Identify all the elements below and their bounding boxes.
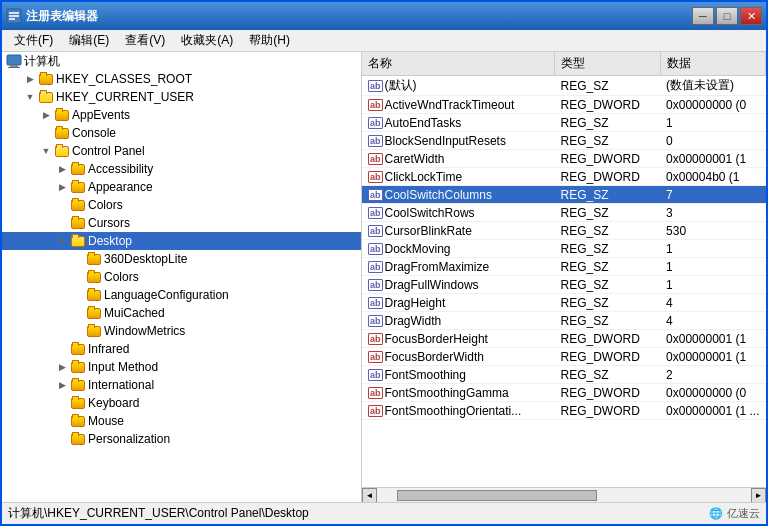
reg-name-cell: ab ActiveWndTrackTimeout — [362, 96, 554, 114]
tree-item-console[interactable]: Console — [2, 124, 361, 142]
table-row[interactable]: ab FontSmoothingOrientati...REG_DWORD0x0… — [362, 402, 766, 420]
reg-type-icon: ab FocusBorderHeight — [368, 332, 488, 346]
table-row[interactable]: ab ActiveWndTrackTimeoutREG_DWORD0x00000… — [362, 96, 766, 114]
folder-icon-infrared — [70, 342, 86, 356]
reg-type-cell: REG_SZ — [554, 294, 660, 312]
col-header-type[interactable]: 类型 — [554, 52, 660, 76]
close-button[interactable]: ✕ — [740, 7, 762, 25]
reg-name-cell: ab FontSmoothing — [362, 366, 554, 384]
reg-type-cell: REG_SZ — [554, 276, 660, 294]
tree-item-infrared[interactable]: Infrared — [2, 340, 361, 358]
col-header-data[interactable]: 数据 — [660, 52, 765, 76]
tree-item-control_panel[interactable]: ▼Control Panel — [2, 142, 361, 160]
table-row[interactable]: ab DragWidthREG_SZ4 — [362, 312, 766, 330]
reg-data-cell: 0 — [660, 132, 765, 150]
table-row[interactable]: ab ClickLockTimeREG_DWORD0x00004b0 (1 — [362, 168, 766, 186]
expand-btn-hkey_current_user[interactable]: ▼ — [22, 89, 38, 105]
tree-item-windowmetrics[interactable]: WindowMetrics — [2, 322, 361, 340]
folder-icon-hkey_current_user — [38, 90, 54, 104]
expand-btn-international[interactable]: ▶ — [54, 377, 70, 393]
expand-btn-control_panel[interactable]: ▼ — [38, 143, 54, 159]
reg-type-cell: REG_SZ — [554, 186, 660, 204]
table-row[interactable]: ab DragFromMaximizeREG_SZ1 — [362, 258, 766, 276]
table-row[interactable]: ab DragHeightREG_SZ4 — [362, 294, 766, 312]
tree-item-cursors[interactable]: Cursors — [2, 214, 361, 232]
tree-item-personalization[interactable]: Personalization — [2, 430, 361, 448]
menu-edit[interactable]: 编辑(E) — [61, 30, 117, 51]
tree-item-colors[interactable]: Colors — [2, 196, 361, 214]
folder-icon-muicached — [86, 306, 102, 320]
tree-item-appevents[interactable]: ▶AppEvents — [2, 106, 361, 124]
expand-btn-hkey_classes_root[interactable]: ▶ — [22, 71, 38, 87]
menu-file[interactable]: 文件(F) — [6, 30, 61, 51]
folder-icon-computer — [6, 54, 22, 68]
tree-item-languageconfiguration[interactable]: LanguageConfiguration — [2, 286, 361, 304]
tree-item-keyboard[interactable]: Keyboard — [2, 394, 361, 412]
reg-name-cell: ab DragHeight — [362, 294, 554, 312]
reg-data-cell: 1 — [660, 114, 765, 132]
table-row[interactable]: ab DragFullWindowsREG_SZ1 — [362, 276, 766, 294]
reg-type-cell: REG_DWORD — [554, 384, 660, 402]
registry-table[interactable]: 名称 类型 数据 ab (默认)REG_SZ(数值未设置)ab ActiveWn… — [362, 52, 766, 487]
table-row[interactable]: ab (默认)REG_SZ(数值未设置) — [362, 76, 766, 96]
table-row[interactable]: ab FocusBorderWidthREG_DWORD0x00000001 (… — [362, 348, 766, 366]
reg-data-cell: 4 — [660, 294, 765, 312]
table-row[interactable]: ab BlockSendInputResetsREG_SZ0 — [362, 132, 766, 150]
menu-help[interactable]: 帮助(H) — [241, 30, 298, 51]
reg-type-icon: ab FontSmoothing — [368, 368, 466, 382]
tree-item-input_method[interactable]: ▶Input Method — [2, 358, 361, 376]
tree-item-muicached[interactable]: MuiCached — [2, 304, 361, 322]
reg-data-cell: 1 — [660, 240, 765, 258]
horizontal-scrollbar[interactable]: ◄ ► — [362, 487, 766, 502]
maximize-button[interactable]: □ — [716, 7, 738, 25]
expand-btn-desktop[interactable]: ▼ — [54, 233, 70, 249]
reg-type-icon: ab AutoEndTasks — [368, 116, 461, 130]
folder-icon-input_method — [70, 360, 86, 374]
expand-btn-appevents[interactable]: ▶ — [38, 107, 54, 123]
col-header-name[interactable]: 名称 — [362, 52, 554, 76]
table-row[interactable]: ab FontSmoothingGammaREG_DWORD0x00000000… — [362, 384, 766, 402]
table-row[interactable]: ab CaretWidthREG_DWORD0x00000001 (1 — [362, 150, 766, 168]
reg-type-icon: ab DragWidth — [368, 314, 441, 328]
scroll-left-button[interactable]: ◄ — [362, 488, 377, 503]
reg-name-cell: ab FontSmoothingGamma — [362, 384, 554, 402]
tree-item-colors2[interactable]: Colors — [2, 268, 361, 286]
tree-item-hkey_classes_root[interactable]: ▶HKEY_CLASSES_ROOT — [2, 70, 361, 88]
reg-name-cell: ab CursorBlinkRate — [362, 222, 554, 240]
table-row[interactable]: ab FontSmoothingREG_SZ2 — [362, 366, 766, 384]
table-row[interactable]: ab CursorBlinkRateREG_SZ530 — [362, 222, 766, 240]
tree-item-360desktoplite[interactable]: 360DesktopLite — [2, 250, 361, 268]
tree-item-accessibility[interactable]: ▶Accessibility — [2, 160, 361, 178]
expand-btn-accessibility[interactable]: ▶ — [54, 161, 70, 177]
table-row[interactable]: ab FocusBorderHeightREG_DWORD0x00000001 … — [362, 330, 766, 348]
tree-label-infrared: Infrared — [88, 342, 129, 356]
table-row[interactable]: ab AutoEndTasksREG_SZ1 — [362, 114, 766, 132]
minimize-button[interactable]: ─ — [692, 7, 714, 25]
tree-label-computer: 计算机 — [24, 53, 60, 70]
tree-label-hkey_classes_root: HKEY_CLASSES_ROOT — [56, 72, 192, 86]
tree-panel[interactable]: 计算机▶HKEY_CLASSES_ROOT▼HKEY_CURRENT_USER▶… — [2, 52, 362, 502]
table-row[interactable]: ab CoolSwitchRowsREG_SZ3 — [362, 204, 766, 222]
menu-view[interactable]: 查看(V) — [117, 30, 173, 51]
reg-type-cell: REG_DWORD — [554, 168, 660, 186]
reg-type-icon: ab DockMoving — [368, 242, 451, 256]
tree-item-hkey_current_user[interactable]: ▼HKEY_CURRENT_USER — [2, 88, 361, 106]
tree-item-computer[interactable]: 计算机 — [2, 52, 361, 70]
tree-label-windowmetrics: WindowMetrics — [104, 324, 185, 338]
reg-type-icon: ab ActiveWndTrackTimeout — [368, 98, 514, 112]
expand-btn-input_method[interactable]: ▶ — [54, 359, 70, 375]
tree-item-appearance[interactable]: ▶Appearance — [2, 178, 361, 196]
menu-favorites[interactable]: 收藏夹(A) — [173, 30, 241, 51]
table-row[interactable]: ab CoolSwitchColumnsREG_SZ7 — [362, 186, 766, 204]
expand-btn-appearance[interactable]: ▶ — [54, 179, 70, 195]
reg-data-cell: 0x00000000 (0 — [660, 384, 765, 402]
h-scroll-track[interactable] — [377, 488, 751, 503]
folder-icon-languageconfiguration — [86, 288, 102, 302]
scroll-right-button[interactable]: ► — [751, 488, 766, 503]
reg-name-cell: ab (默认) — [362, 76, 554, 96]
table-row[interactable]: ab DockMovingREG_SZ1 — [362, 240, 766, 258]
tree-item-international[interactable]: ▶International — [2, 376, 361, 394]
tree-item-mouse[interactable]: Mouse — [2, 412, 361, 430]
h-scroll-thumb[interactable] — [397, 490, 597, 501]
tree-item-desktop[interactable]: ▼Desktop — [2, 232, 361, 250]
